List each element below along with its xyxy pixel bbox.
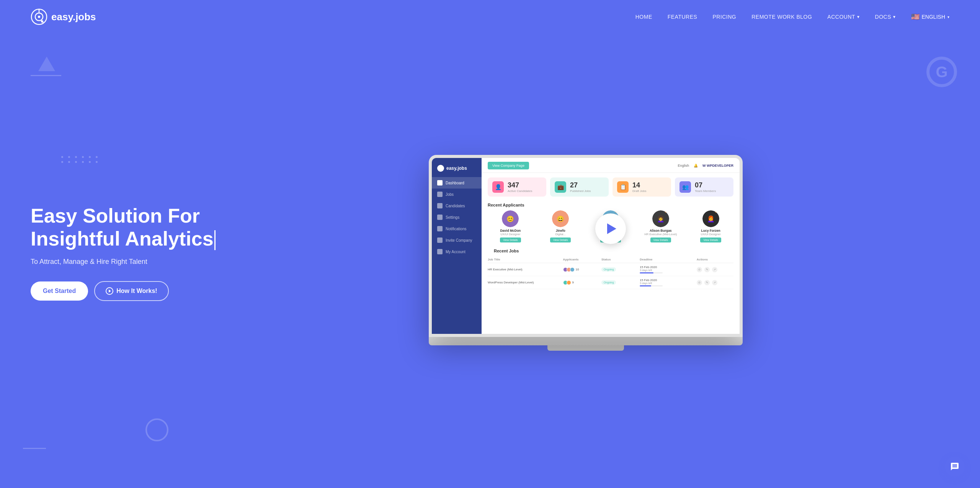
jobs-table-header: Job Title Applicants Status Deadline Act… xyxy=(488,256,733,263)
avatar-img-1: 😊 xyxy=(502,210,519,227)
notifications-icon xyxy=(437,226,443,231)
stat-card-published: 💼 27 Published Jobs xyxy=(550,177,609,197)
candidates-icon xyxy=(437,203,443,208)
view-details-btn-5[interactable]: View Details xyxy=(700,237,721,242)
stat-published-info: 27 Published Jobs xyxy=(570,182,591,193)
hero-subtitle: To Attract, Manage & Hire Right Talent xyxy=(31,258,222,266)
how-it-works-button[interactable]: How It Works! xyxy=(94,281,168,301)
avatar-img-2: 😄 xyxy=(552,210,569,227)
svg-point-5 xyxy=(42,22,44,23)
main-content: View Company Page English 🔔 W WPDEVELOPE… xyxy=(482,158,740,334)
deco-line xyxy=(31,75,61,76)
play-button-overlay[interactable] xyxy=(595,213,626,244)
rating-1: 4.7 xyxy=(515,210,519,213)
sidebar-item-invite[interactable]: Invite Company xyxy=(432,234,482,246)
deco-circle xyxy=(145,418,168,441)
play-icon-small xyxy=(106,287,113,295)
navbar: easy.jobs HOME FEATURES PRICING REMOTE W… xyxy=(0,0,980,34)
stat-card-team: 👥 07 Team Members xyxy=(675,177,733,197)
deco-line-bottom xyxy=(23,448,46,449)
deco-g-circle: G xyxy=(926,57,957,87)
avatar-img-4: 👩‍🦱 xyxy=(652,210,669,227)
dashboard: easy.jobs Dashboard Jobs Candidates xyxy=(432,158,740,334)
laptop: easy.jobs Dashboard Jobs Candidates xyxy=(429,155,743,351)
sidebar-item-dashboard[interactable]: Dashboard xyxy=(432,177,482,189)
sidebar-item-jobs[interactable]: Jobs xyxy=(432,189,482,200)
rating-5: 4.8 xyxy=(715,210,719,213)
stat-draft-info: 14 Draft Jobs xyxy=(632,182,646,193)
job-row-2: WordPress Developer (Mid-Level) 9 Ongoin… xyxy=(488,276,733,289)
view-details-btn-4[interactable]: View Details xyxy=(650,237,671,242)
recent-applicants-title: Recent Applicants xyxy=(482,201,740,210)
rating-3: 4.6 xyxy=(615,210,619,213)
team-stat-icon: 👥 xyxy=(679,181,691,193)
nav-docs[interactable]: DOCS xyxy=(875,14,896,20)
laptop-screen: easy.jobs Dashboard Jobs Candidates xyxy=(429,155,743,337)
view-action-icon-2[interactable]: ⊙ xyxy=(697,280,702,285)
nav-language[interactable]: 🇺🇸 ENGLISH ▾ xyxy=(911,13,949,21)
nav-links: HOME FEATURES PRICING REMOTE WORK BLOG A… xyxy=(635,13,949,21)
view-company-button[interactable]: View Company Page xyxy=(488,162,529,169)
cursor xyxy=(214,230,216,250)
hero-title: Easy Solution For Insightful Analytics xyxy=(31,205,222,251)
chat-icon xyxy=(950,462,959,471)
logo-text: easy.jobs xyxy=(51,11,96,23)
rating-4: 4.8 xyxy=(665,210,669,213)
get-started-button[interactable]: Get Started xyxy=(31,281,88,301)
action-icons-2: ⊙ ✎ ↗ xyxy=(697,280,733,285)
edit-action-icon[interactable]: ✎ xyxy=(704,267,710,272)
applicant-card-2: 😄 4.8 Jinefo Digital... View Details xyxy=(538,210,583,242)
nav-remote-work-blog[interactable]: REMOTE WORK BLOG xyxy=(751,14,812,20)
share-action-icon[interactable]: ↗ xyxy=(712,267,717,272)
applicant-avatar-5: 👩‍🦰 4.8 xyxy=(702,210,719,227)
candidates-stat-icon: 👤 xyxy=(492,181,504,193)
chat-button[interactable] xyxy=(945,457,965,477)
sidebar-item-candidates[interactable]: Candidates xyxy=(432,200,482,211)
hero-section: G Easy Solution For Insightful Analytics… xyxy=(0,34,980,487)
applicants-row: 😊 4.7 David McDon UX/UI Designer View De… xyxy=(482,210,740,247)
rating-2: 4.8 xyxy=(565,210,569,213)
stat-cards: 👤 347 Active Candidates 💼 27 xyxy=(482,173,740,201)
applicant-avatar-4: 👩‍🦱 4.8 xyxy=(652,210,669,227)
hero-content: Easy Solution For Insightful Analytics T… xyxy=(31,205,222,301)
sidebar-item-notifications[interactable]: Notifications xyxy=(432,223,482,234)
nav-account[interactable]: ACCOUNT xyxy=(827,14,859,20)
dash-header-right: English 🔔 W WPDEVELOPER xyxy=(678,164,733,168)
view-details-btn-1[interactable]: View Details xyxy=(500,237,521,242)
action-icons-1: ⊙ ✎ ↗ xyxy=(697,267,733,272)
nav-pricing[interactable]: PRICING xyxy=(712,14,736,20)
dash-language: English xyxy=(678,164,689,168)
job-row-1: HR Executive (Mid-Level) 10 Ong xyxy=(488,263,733,276)
progress-bar-1 xyxy=(640,272,663,273)
edit-action-icon-2[interactable]: ✎ xyxy=(704,280,710,285)
stat-card-draft: 📋 14 Draft Jobs xyxy=(612,177,671,197)
notification-bell[interactable]: 🔔 xyxy=(694,164,698,168)
status-badge-1: Ongoing xyxy=(601,267,616,272)
logo-icon xyxy=(31,8,47,25)
applicant-card-1: 😊 4.7 David McDon UX/UI Designer View De… xyxy=(488,210,533,242)
progress-fill-2 xyxy=(640,285,651,286)
recent-jobs-title: Recent Jobs xyxy=(488,247,733,256)
draft-stat-icon: 📋 xyxy=(617,181,629,193)
share-action-icon-2[interactable]: ↗ xyxy=(712,280,717,285)
dash-header: View Company Page English 🔔 W WPDEVELOPE… xyxy=(482,158,740,173)
deco-dots xyxy=(61,156,100,163)
published-stat-icon: 💼 xyxy=(555,181,566,193)
jobs-section: Recent Jobs Job Title Applicants Status … xyxy=(482,247,740,289)
nav-features[interactable]: FEATURES xyxy=(668,14,697,20)
sidebar-item-settings[interactable]: Settings xyxy=(432,211,482,223)
progress-fill-1 xyxy=(640,272,653,273)
laptop-base xyxy=(429,337,743,345)
view-action-icon[interactable]: ⊙ xyxy=(697,267,702,272)
sidebar-logo: easy.jobs xyxy=(432,163,482,177)
logo[interactable]: easy.jobs xyxy=(31,8,96,25)
applicant-avatars-row-2 xyxy=(563,280,571,285)
stat-team-info: 07 Team Members xyxy=(695,182,716,193)
applicant-card-5: 👩‍🦰 4.8 Lucy Forzen UX/UI Designer View … xyxy=(688,210,733,242)
applicant-avatars-row xyxy=(563,267,575,272)
nav-home[interactable]: HOME xyxy=(635,14,652,20)
sidebar-item-account[interactable]: My Account xyxy=(432,246,482,257)
view-details-btn-2[interactable]: View Details xyxy=(550,237,571,242)
account-icon xyxy=(437,249,443,254)
settings-icon xyxy=(437,215,443,220)
